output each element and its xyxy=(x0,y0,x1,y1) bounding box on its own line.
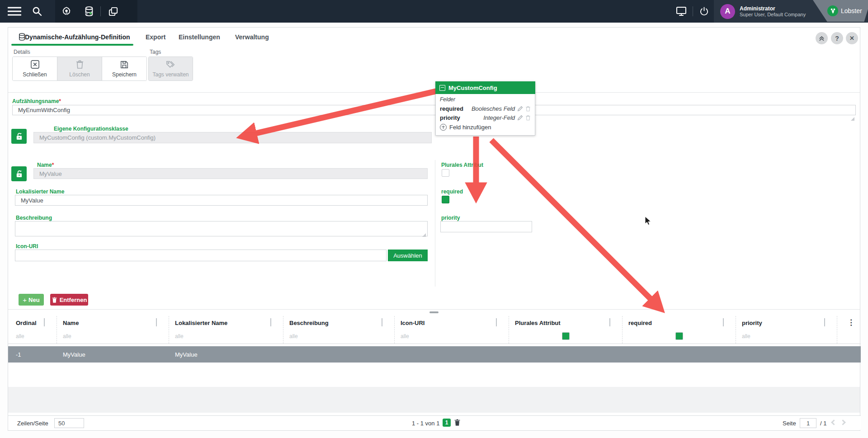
database-module-icon[interactable] xyxy=(78,6,100,16)
priority-input[interactable] xyxy=(440,221,532,232)
floppy-disk-icon xyxy=(120,60,129,69)
column-plurales-attribut[interactable]: Plurales Attribut xyxy=(509,316,623,344)
field-type: Boolesches Feld xyxy=(472,105,515,112)
plus-icon: + xyxy=(23,296,27,304)
column-localized-name[interactable]: Lokalisierter Name alle xyxy=(169,316,283,344)
delete-field-icon[interactable] xyxy=(525,115,531,121)
top-bar: A Administrator Super User, Default Comp… xyxy=(0,0,868,23)
enum-name-label: Aufzählungsname* xyxy=(12,98,61,104)
close-icon: ✕ xyxy=(849,35,854,42)
filter-row-divider xyxy=(8,344,861,344)
splitter-drag-handle[interactable] xyxy=(429,311,439,313)
power-icon[interactable] xyxy=(698,5,710,17)
previous-page-icon[interactable] xyxy=(831,419,837,425)
tab-export[interactable]: Export xyxy=(146,33,165,41)
required-marker: * xyxy=(52,162,54,168)
filter-priority[interactable]: alle xyxy=(742,333,750,339)
value-name-label: Name* xyxy=(37,162,54,168)
details-group-label: Details xyxy=(14,49,30,55)
status-online-dot xyxy=(90,12,92,14)
resize-grip[interactable] xyxy=(422,233,426,237)
filter-localized-name[interactable]: alle xyxy=(175,333,184,339)
column-icon-uri[interactable]: Icon-URI alle xyxy=(395,316,509,344)
collapse-section-icon[interactable] xyxy=(439,85,445,91)
localized-name-label: Lokalisierter Name xyxy=(16,188,64,195)
delete-field-icon[interactable] xyxy=(525,106,531,112)
popup-header[interactable]: MyCustomConfig xyxy=(435,81,535,94)
field-name: priority xyxy=(440,114,460,121)
avatar[interactable]: A xyxy=(720,4,735,19)
plural-attribute-label: Plurales Attribut xyxy=(441,162,483,168)
windows-stack-icon[interactable] xyxy=(101,7,125,16)
delete-button[interactable]: Löschen xyxy=(57,57,102,80)
tags-group-label: Tags xyxy=(150,49,161,55)
monitor-icon[interactable] xyxy=(675,6,688,17)
localized-name-input[interactable] xyxy=(15,195,428,206)
cell-name: MyValue xyxy=(63,351,85,358)
filter-required-checkbox[interactable] xyxy=(675,332,683,340)
tab-einstellungen[interactable]: Einstellungen xyxy=(179,33,220,41)
popup-field-row: priority Integer-Feld xyxy=(440,113,531,122)
remove-value-button[interactable]: Entfernen xyxy=(50,294,88,306)
manage-tags-button[interactable]: Tags verwalten xyxy=(149,57,193,80)
filter-ordinal[interactable]: alle xyxy=(16,333,24,339)
cell-localized-name: MyValue xyxy=(175,351,198,358)
save-button[interactable]: Speichern xyxy=(102,57,146,80)
edit-field-icon[interactable] xyxy=(517,115,523,121)
page-total-label: / 1 xyxy=(820,420,826,427)
column-required[interactable]: required xyxy=(623,316,736,344)
circle-plus-icon xyxy=(440,124,447,131)
popup-title: MyCustomConfig xyxy=(448,85,497,91)
column-beschreibung[interactable]: Beschreibung alle xyxy=(283,316,395,344)
tab-dynamische-aufzaehlung-definition[interactable]: Dynamische-Aufzählung-Definition xyxy=(25,33,130,41)
new-value-button[interactable]: + Neu xyxy=(19,294,44,306)
filter-plurales-checkbox[interactable] xyxy=(562,332,570,340)
module-switcher xyxy=(55,0,137,23)
popup-section-label: Felder xyxy=(440,96,531,103)
plural-attribute-checkbox[interactable] xyxy=(442,169,449,177)
value-name-input xyxy=(33,168,428,179)
hamburger-menu-icon[interactable] xyxy=(6,6,23,17)
help-button[interactable]: ? xyxy=(831,32,843,44)
details-button-group: Schließen Löschen Speichern xyxy=(12,57,147,81)
required-checkbox[interactable] xyxy=(442,196,449,203)
cell-ordinal: -1 xyxy=(16,351,21,358)
table-row-selected[interactable]: -1 MyValue MyValue xyxy=(8,346,861,363)
resize-grip[interactable] xyxy=(851,117,854,121)
tags-button-group: Tags verwalten xyxy=(148,57,193,81)
close-details-button[interactable]: Schließen xyxy=(13,57,57,80)
rows-per-page-input[interactable] xyxy=(54,418,84,428)
filter-beschreibung[interactable]: alle xyxy=(289,333,298,339)
icon-uri-input[interactable] xyxy=(15,250,387,261)
tab-verwaltung[interactable]: Verwaltung xyxy=(235,33,269,41)
add-field-button[interactable]: Feld hinzufügen xyxy=(440,122,531,132)
tags-icon xyxy=(166,60,176,69)
page-input[interactable] xyxy=(800,418,816,428)
mouse-cursor xyxy=(645,216,652,226)
active-tab-underline xyxy=(11,44,133,46)
column-menu-kebab-icon[interactable]: ⋮ xyxy=(847,318,855,327)
close-window-button[interactable]: ✕ xyxy=(846,32,858,44)
column-ordinal[interactable]: Ordinal alle xyxy=(8,316,57,344)
integration-hub-icon[interactable] xyxy=(55,6,78,16)
clear-selection-trash-icon[interactable] xyxy=(454,419,461,428)
description-textarea[interactable] xyxy=(15,221,428,236)
search-icon[interactable] xyxy=(31,5,43,17)
unlock-config-class-button[interactable] xyxy=(11,129,27,144)
filter-icon-uri[interactable]: alle xyxy=(401,333,409,339)
field-name: required xyxy=(440,105,463,112)
page-label: Seite xyxy=(783,420,796,427)
column-name[interactable]: Name alle xyxy=(57,316,169,344)
enum-name-input[interactable] xyxy=(12,105,856,115)
choose-icon-button[interactable]: Auswählen xyxy=(388,250,428,261)
unlock-name-button[interactable] xyxy=(11,166,27,181)
user-name: Administrator xyxy=(740,5,806,12)
icon-uri-label: Icon-URI xyxy=(16,243,38,250)
config-class-input xyxy=(33,132,432,143)
next-page-icon[interactable] xyxy=(840,419,846,425)
column-priority[interactable]: priority alle xyxy=(736,316,837,344)
edit-field-icon[interactable] xyxy=(517,106,523,112)
filter-name[interactable]: alle xyxy=(63,333,71,339)
collapse-button[interactable] xyxy=(816,32,828,44)
page-number-badge[interactable]: 1 xyxy=(443,419,451,427)
